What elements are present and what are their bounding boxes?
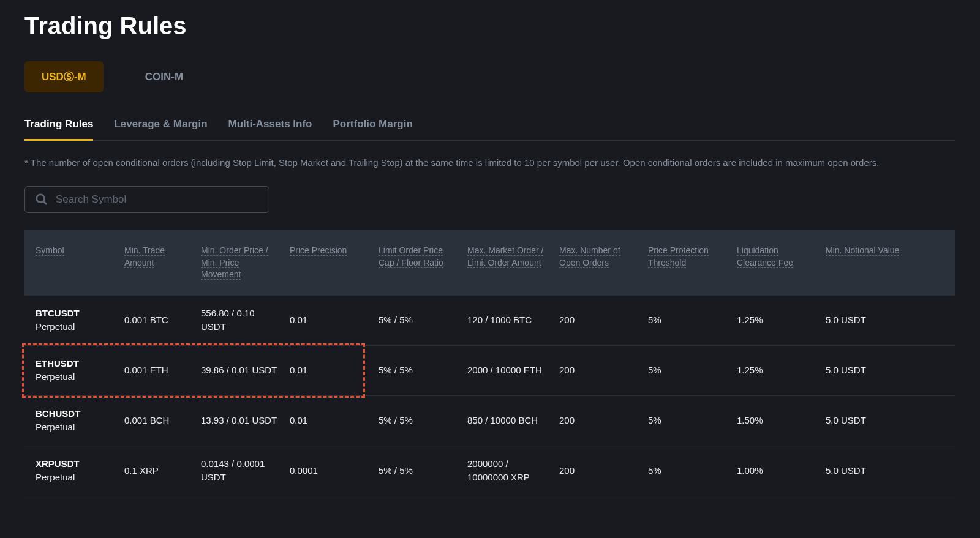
note-text: * The number of open conditional orders … — [24, 155, 956, 170]
col-price-precision: Price Precision — [290, 245, 379, 281]
symbol-name: BTCUSDT — [36, 307, 116, 321]
cell-price-precision: 0.01 — [290, 357, 379, 384]
search-container[interactable] — [24, 186, 270, 213]
cell-price-protection: 5% — [648, 407, 737, 435]
cell-min-notional: 5.0 USDT — [826, 307, 914, 334]
cell-liquidation-fee: 1.25% — [737, 357, 826, 384]
cell-max-open-orders: 200 — [559, 307, 648, 334]
search-icon — [35, 193, 48, 206]
cell-price-precision: 0.01 — [290, 307, 379, 334]
cell-price-protection: 5% — [648, 457, 737, 485]
col-symbol: Symbol — [36, 245, 124, 281]
cell-max-market-order: 850 / 10000 BCH — [467, 407, 559, 435]
col-max-open-orders: Max. Number of Open Orders — [559, 245, 648, 281]
subtab-trading-rules[interactable]: Trading Rules — [24, 111, 93, 141]
cell-min-notional: 5.0 USDT — [826, 357, 914, 384]
cell-limit-order-ratio: 5% / 5% — [379, 307, 467, 334]
cell-max-open-orders: 200 — [559, 407, 648, 435]
tab-usdsm[interactable]: USDⓈ-M — [24, 61, 104, 92]
subtab-leverage-margin[interactable]: Leverage & Margin — [114, 111, 207, 141]
cell-min-order-price: 556.80 / 0.10 USDT — [201, 307, 290, 334]
table-body: BTCUSDTPerpetual0.001 BTC556.80 / 0.10 U… — [24, 296, 956, 496]
cell-min-order-price: 0.0143 / 0.0001 USDT — [201, 457, 290, 485]
cell-max-open-orders: 200 — [559, 357, 648, 384]
col-limit-order-ratio: Limit Order Price Cap / Floor Ratio — [379, 245, 467, 281]
search-input[interactable] — [56, 193, 259, 206]
subtab-portfolio-margin[interactable]: Portfolio Margin — [333, 111, 412, 141]
col-max-market-order: Max. Market Order / Limit Order Amount — [467, 245, 559, 281]
cell-min-trade-amount: 0.001 ETH — [124, 357, 201, 384]
col-min-order-price: Min. Order Price / Min. Price Movement — [201, 245, 290, 281]
table-row[interactable]: BTCUSDTPerpetual0.001 BTC556.80 / 0.10 U… — [24, 296, 956, 346]
cell-symbol: XRPUSDTPerpetual — [36, 457, 124, 485]
cell-limit-order-ratio: 5% / 5% — [379, 407, 467, 435]
col-min-trade-amount: Min. Trade Amount — [124, 245, 201, 281]
cell-price-precision: 0.01 — [290, 407, 379, 435]
tab-coinm[interactable]: COIN-M — [128, 62, 200, 92]
cell-max-open-orders: 200 — [559, 457, 648, 485]
symbol-type: Perpetual — [36, 420, 116, 435]
symbol-name: XRPUSDT — [36, 457, 116, 471]
symbol-name: ETHUSDT — [36, 357, 116, 371]
col-price-protection: Price Protection Threshold — [648, 245, 737, 281]
cell-liquidation-fee: 1.00% — [737, 457, 826, 485]
cell-price-protection: 5% — [648, 357, 737, 384]
table-row[interactable]: XRPUSDTPerpetual0.1 XRP0.0143 / 0.0001 U… — [24, 446, 956, 496]
cell-max-market-order: 2000000 / 10000000 XRP — [467, 457, 559, 485]
symbol-type: Perpetual — [36, 471, 116, 485]
page-title: Trading Rules — [24, 12, 956, 40]
symbol-name: BCHUSDT — [36, 407, 116, 421]
cell-limit-order-ratio: 5% / 5% — [379, 457, 467, 485]
cell-min-trade-amount: 0.001 BCH — [124, 407, 201, 435]
cell-min-order-price: 39.86 / 0.01 USDT — [201, 357, 290, 384]
col-liquidation-fee: Liquidation Clearance Fee — [737, 245, 826, 281]
table-row[interactable]: BCHUSDTPerpetual0.001 BCH13.93 / 0.01 US… — [24, 396, 956, 446]
cell-max-market-order: 120 / 1000 BTC — [467, 307, 559, 334]
cell-min-trade-amount: 0.1 XRP — [124, 457, 201, 485]
cell-liquidation-fee: 1.25% — [737, 307, 826, 334]
cell-limit-order-ratio: 5% / 5% — [379, 357, 467, 384]
svg-line-1 — [43, 201, 47, 204]
cell-price-protection: 5% — [648, 307, 737, 334]
table-header: Symbol Min. Trade Amount Min. Order Pric… — [24, 230, 956, 296]
symbol-type: Perpetual — [36, 370, 116, 384]
cell-min-order-price: 13.93 / 0.01 USDT — [201, 407, 290, 435]
cell-min-notional: 5.0 USDT — [826, 457, 914, 485]
type-tabs: USDⓈ-M COIN-M — [24, 61, 956, 92]
table-row[interactable]: ETHUSDTPerpetual0.001 ETH39.86 / 0.01 US… — [24, 346, 956, 396]
cell-symbol: ETHUSDTPerpetual — [36, 357, 124, 384]
cell-symbol: BTCUSDTPerpetual — [36, 307, 124, 334]
cell-symbol: BCHUSDTPerpetual — [36, 407, 124, 435]
symbol-type: Perpetual — [36, 320, 116, 334]
cell-min-trade-amount: 0.001 BTC — [124, 307, 201, 334]
cell-max-market-order: 2000 / 10000 ETH — [467, 357, 559, 384]
cell-price-precision: 0.0001 — [290, 457, 379, 485]
col-min-notional: Min. Notional Value — [826, 245, 914, 281]
sub-tabs: Trading Rules Leverage & Margin Multi-As… — [24, 111, 956, 141]
subtab-multi-assets[interactable]: Multi-Assets Info — [228, 111, 312, 141]
rules-table: Symbol Min. Trade Amount Min. Order Pric… — [24, 230, 956, 496]
cell-liquidation-fee: 1.50% — [737, 407, 826, 435]
cell-min-notional: 5.0 USDT — [826, 407, 914, 435]
